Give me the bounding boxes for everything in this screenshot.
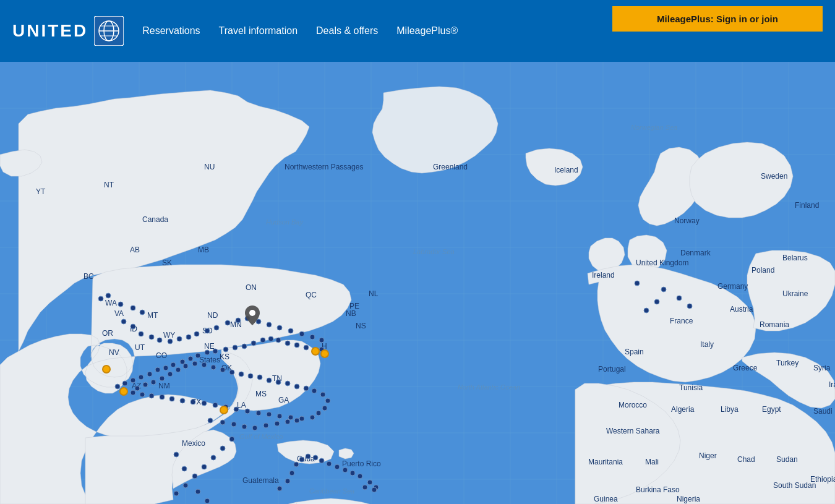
airport-dot-blue[interactable] (242, 424, 247, 430)
airport-dot-blue[interactable] (335, 464, 340, 470)
airport-dot-blue[interactable] (268, 336, 274, 342)
airport-dot-blue[interactable] (358, 474, 363, 479)
airport-dot-blue[interactable] (205, 328, 210, 334)
airport-dot-blue[interactable] (304, 386, 309, 391)
airport-dot-blue[interactable] (171, 362, 176, 368)
location-pin[interactable] (245, 305, 260, 328)
airport-dot-blue[interactable] (319, 338, 325, 343)
airport-dot-blue[interactable] (231, 422, 237, 427)
airport-dot-blue[interactable] (285, 381, 291, 387)
airport-dot-blue[interactable] (343, 468, 348, 473)
airport-dot-blue[interactable] (294, 462, 299, 468)
nav-mileageplus[interactable]: MileagePlus® (396, 25, 458, 36)
airport-dot-blue[interactable] (225, 320, 231, 326)
airport-dot-blue[interactable] (169, 396, 175, 402)
airport-dot-gold[interactable] (311, 347, 320, 356)
airport-dot-blue[interactable] (140, 392, 145, 398)
mileageplus-signin-button[interactable]: MileagePlus: Sign in or join (612, 6, 823, 32)
airport-dot-blue[interactable] (118, 302, 124, 307)
airport-dot-blue[interactable] (205, 498, 210, 504)
airport-dot-blue[interactable] (350, 471, 356, 476)
airport-dot-blue[interactable] (183, 483, 189, 489)
airport-dot-blue[interactable] (239, 372, 244, 377)
airport-dot-blue[interactable] (192, 361, 198, 367)
airport-dot-blue[interactable] (195, 489, 201, 495)
airport-dot-blue[interactable] (299, 457, 305, 463)
airport-dot-blue[interactable] (211, 365, 216, 370)
airport-dot-blue[interactable] (276, 338, 281, 343)
airport-dot-blue[interactable] (252, 425, 258, 431)
airport-dot-gold[interactable] (320, 349, 329, 358)
airport-dot-blue[interactable] (223, 347, 229, 352)
airport-dot-blue[interactable] (213, 403, 218, 408)
airport-dot-blue[interactable] (131, 324, 136, 330)
airport-dot-blue[interactable] (205, 350, 210, 356)
airport-dot-blue[interactable] (294, 418, 300, 424)
nav-reservations[interactable]: Reservations (142, 25, 200, 36)
airport-dot-blue[interactable] (174, 491, 179, 497)
airport-dot-blue[interactable] (151, 380, 156, 385)
airport-dot-blue[interactable] (192, 474, 198, 479)
airport-dot-blue[interactable] (220, 367, 226, 373)
airport-dot-blue[interactable] (319, 458, 325, 464)
airport-dot-blue[interactable] (245, 409, 250, 414)
airport-dot-blue[interactable] (211, 455, 216, 461)
airport-dot-blue[interactable] (182, 466, 187, 472)
airport-dot-blue[interactable] (661, 287, 667, 293)
airport-dot-blue[interactable] (285, 419, 291, 425)
airport-dot-blue[interactable] (677, 296, 682, 301)
airport-dot-blue[interactable] (180, 398, 186, 404)
airport-dot-blue[interactable] (149, 393, 155, 399)
airport-dot-blue[interactable] (310, 415, 315, 421)
airport-dot-blue[interactable] (322, 406, 328, 411)
airport-dot-blue[interactable] (202, 362, 207, 368)
airport-dot-blue[interactable] (160, 376, 165, 382)
airport-dot-blue[interactable] (194, 331, 200, 337)
airport-dot-blue[interactable] (183, 364, 189, 369)
airport-dot-blue[interactable] (220, 420, 226, 425)
airport-dot-blue[interactable] (213, 349, 218, 354)
airport-dot-blue[interactable] (135, 386, 140, 391)
airport-dot-blue[interactable] (139, 375, 144, 380)
airport-dot-blue[interactable] (299, 331, 305, 337)
airport-dot-blue[interactable] (306, 454, 311, 459)
airport-dot-blue[interactable] (257, 375, 263, 380)
airport-dot-blue[interactable] (635, 281, 640, 286)
airport-dot-blue[interactable] (202, 464, 207, 470)
airport-dot-blue[interactable] (644, 308, 649, 314)
airport-dot-blue[interactable] (202, 401, 207, 406)
airport-dot-blue[interactable] (312, 388, 317, 394)
airport-dot-blue[interactable] (186, 335, 192, 340)
airport-dot-blue[interactable] (288, 328, 294, 334)
airport-dot-blue[interactable] (177, 336, 182, 342)
airport-dot-blue[interactable] (362, 485, 368, 490)
airport-dot-blue[interactable] (234, 407, 239, 412)
airport-dot-blue[interactable] (163, 365, 169, 371)
airport-dot-blue[interactable] (313, 455, 319, 461)
airport-dot-blue[interactable] (260, 338, 266, 343)
airport-dot-blue[interactable] (188, 356, 194, 362)
airport-dot-blue[interactable] (229, 437, 235, 442)
airport-dot-blue[interactable] (242, 344, 247, 349)
airport-dot-blue[interactable] (176, 367, 181, 373)
airport-dot-blue[interactable] (147, 372, 153, 377)
airport-dot-blue[interactable] (372, 487, 377, 493)
airport-dot-blue[interactable] (168, 339, 173, 344)
airport-dot-blue[interactable] (131, 390, 136, 396)
airport-dot-blue[interactable] (248, 374, 254, 379)
airport-dot-blue[interactable] (320, 392, 326, 398)
airport-dot-blue[interactable] (277, 486, 283, 492)
airport-dot-blue[interactable] (233, 345, 238, 351)
airport-dot-blue[interactable] (157, 338, 163, 343)
airport-dot-blue[interactable] (122, 381, 128, 387)
airport-dot-blue[interactable] (367, 480, 373, 485)
airport-dot-blue[interactable] (256, 411, 262, 416)
airport-dot-blue[interactable] (195, 353, 201, 359)
airport-dot-blue[interactable] (251, 341, 257, 346)
airport-dot-blue[interactable] (316, 411, 322, 416)
airport-dot-blue[interactable] (310, 335, 315, 340)
airport-dot-blue[interactable] (294, 343, 300, 348)
airport-dot-blue[interactable] (168, 372, 173, 377)
airport-dot-gold[interactable] (102, 365, 111, 374)
airport-dot-blue[interactable] (191, 399, 196, 405)
